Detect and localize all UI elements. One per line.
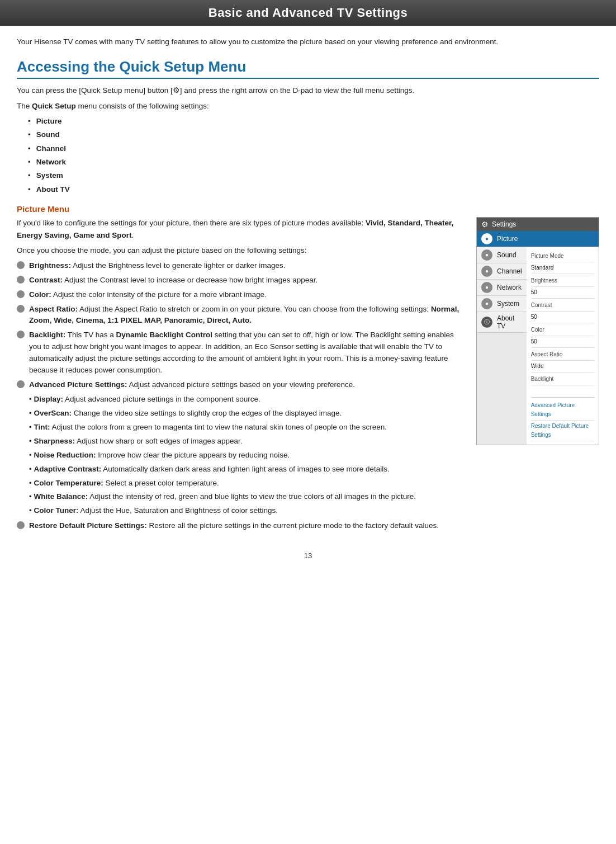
accessing-section-title: Accessing the Quick Setup Menu <box>17 58 599 76</box>
menu-intro: The Quick Setup menu consists of the fol… <box>17 102 599 110</box>
accessing-section: Accessing the Quick Setup Menu You can p… <box>17 58 599 196</box>
settings-menu-label: Network <box>497 284 522 291</box>
settings-detail-panel: Picture Mode Standard Brightness 50 Cont… <box>527 247 599 445</box>
detail-color-label: Color <box>531 324 594 336</box>
bullet-icon <box>17 276 25 284</box>
sub-bullet-display: • Display: Adjust advanced picture setti… <box>29 394 467 406</box>
quick-setup-list: Picture Sound Channel Network System Abo… <box>28 115 599 196</box>
settings-menu-label: System <box>497 300 519 308</box>
list-item: Channel <box>28 142 599 155</box>
page-title: Basic and Advanced TV Settings <box>209 6 408 20</box>
picture-menu-icon: ● <box>481 233 492 244</box>
settings-menu-system[interactable]: ● System <box>477 296 527 312</box>
list-item: Picture <box>28 115 599 128</box>
sub-bullet-color-temp: • Color Temperature: Select a preset col… <box>29 478 467 489</box>
sub-bullet-overscan: • OverScan: Change the video size settin… <box>29 408 467 419</box>
detail-backlight-label: Backlight <box>531 374 594 385</box>
bullet-icon <box>17 380 25 388</box>
settings-menu-label: About TV <box>497 314 522 330</box>
list-item: Sound <box>28 128 599 142</box>
settings-panel-header: ⚙ Settings <box>477 218 599 231</box>
bullet-color: Color: Adjust the color intensity of the… <box>17 289 467 301</box>
advanced-picture-settings-link[interactable]: Advanced Picture Settings <box>531 400 594 421</box>
detail-aspect-label: Aspect Ratio <box>531 349 594 361</box>
gear-icon: ⚙ <box>481 220 489 229</box>
settings-panel-title: Settings <box>492 220 516 228</box>
sub-bullet-sharpness: • Sharpness: Adjust how sharp or soft ed… <box>29 436 467 447</box>
system-menu-icon: ● <box>481 298 492 309</box>
sub-bullet-color-tuner: • Color Tuner: Adjust the Hue, Saturatio… <box>29 505 467 517</box>
network-menu-icon: ● <box>481 282 492 293</box>
bullet-icon <box>17 261 25 269</box>
detail-contrast-value: 50 <box>531 312 594 323</box>
intro-paragraph: Your Hisense TV comes with many TV setti… <box>17 36 599 48</box>
detail-brightness-value: 50 <box>531 287 594 299</box>
settings-menu-network[interactable]: ● Network <box>477 280 527 296</box>
sub-bullet-adaptive: • Adaptive Contrast: Automatically darke… <box>29 464 467 475</box>
quick-setup-description: You can press the [Quick Setup menu] but… <box>17 84 599 97</box>
channel-menu-icon: ● <box>481 266 492 277</box>
picture-menu-text: If you'd like to configure the settings … <box>17 217 467 535</box>
sub-bullet-tint: • Tint: Adjust the colors from a green t… <box>29 422 467 433</box>
bullet-icon <box>17 331 25 338</box>
settings-panel: ⚙ Settings ● Picture ● Sound <box>476 217 599 445</box>
bullet-aspect-ratio: Aspect Ratio: Adjust the Aspect Ratio to… <box>17 304 467 327</box>
settings-menu-sound[interactable]: ● Sound <box>477 247 527 263</box>
settings-menu-channel[interactable]: ● Channel <box>477 263 527 280</box>
picture-menu-section: Picture Menu If you'd like to configure … <box>17 204 599 535</box>
detail-picture-mode-value: Standard <box>531 262 594 274</box>
settings-detail-area: ● Sound ● Channel ● Network ● <box>477 247 599 445</box>
sub-bullet-white-balance: • White Balance: Adjust the intensity of… <box>29 491 467 503</box>
detail-backlight-separator <box>531 385 594 398</box>
section-divider <box>17 78 599 79</box>
settings-menu-about[interactable]: ⓘ About TV <box>477 312 527 333</box>
restore-default-link[interactable]: Restore Default Picture Settings <box>531 421 594 441</box>
bullet-contrast: Contrast: Adjust the Contrast level to i… <box>17 275 467 286</box>
settings-menu-label: Picture <box>497 235 518 243</box>
bullet-backlight: Backlight: This TV has a Dynamic Backlig… <box>17 329 467 376</box>
settings-menu-picture[interactable]: ● Picture <box>477 231 599 247</box>
picture-menu-title: Picture Menu <box>17 204 599 214</box>
detail-contrast-label: Contrast <box>531 300 594 312</box>
sound-menu-icon: ● <box>481 249 492 261</box>
detail-brightness-label: Brightness <box>531 275 594 287</box>
bullet-advanced: Advanced Picture Settings: Adjust advanc… <box>17 379 467 391</box>
detail-color-value: 50 <box>531 336 594 348</box>
detail-picture-mode-label: Picture Mode <box>531 251 594 262</box>
bullet-icon <box>17 521 25 529</box>
adjust-intro: Once you choose the mode, you can adjust… <box>17 244 467 257</box>
list-item: Network <box>28 155 599 169</box>
sub-bullet-noise: • Noise Reduction: Improve how clear the… <box>29 450 467 461</box>
picture-intro: If you'd like to configure the settings … <box>17 217 467 241</box>
settings-menu-label: Channel <box>497 267 522 275</box>
bullet-icon <box>17 290 25 298</box>
bullet-brightness: Brightness: Adjust the Brightness level … <box>17 260 467 272</box>
about-menu-icon: ⓘ <box>481 317 492 328</box>
bullet-restore: Restore Default Picture Settings: Restor… <box>17 520 467 532</box>
list-item: System <box>28 169 599 182</box>
page-header: Basic and Advanced TV Settings <box>0 0 616 26</box>
detail-aspect-value: Wide <box>531 361 594 373</box>
settings-menu-label: Sound <box>497 251 517 259</box>
list-item: About TV <box>28 183 599 196</box>
page-number: 13 <box>17 551 599 560</box>
bullet-icon <box>17 305 25 313</box>
